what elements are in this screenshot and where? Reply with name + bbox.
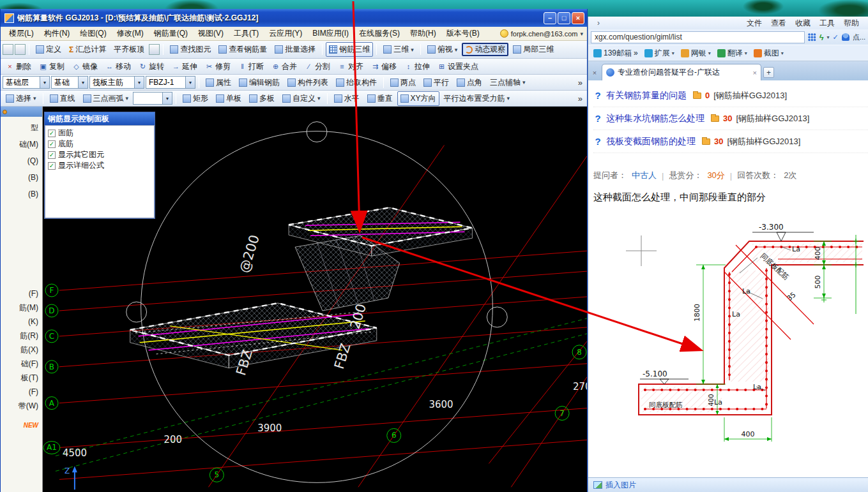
context-tool-button[interactable]: 编辑钢筋 — [236, 75, 283, 90]
sidebar-tree-item[interactable]: (F) — [1, 385, 42, 399]
vertical-tool-button[interactable]: 垂直 — [364, 91, 396, 106]
edit-tool-button[interactable]: ↔ 移动 — [102, 59, 134, 74]
sidebar-tree-item[interactable]: 筋(M) — [1, 301, 42, 315]
checkbox-checked-icon[interactable]: ✓ — [48, 151, 56, 159]
top-view-button[interactable]: 俯视 ▾ — [424, 42, 461, 57]
question-title-link[interactable]: 筏板变截面钢筋的处理 — [606, 136, 696, 147]
panel-checkbox-item[interactable]: ✓ 底筋 — [48, 138, 151, 149]
minimize-button[interactable]: – — [544, 12, 556, 24]
summarize-button[interactable]: Σ 汇总计算 — [66, 42, 109, 57]
sidebar-tree-item[interactable]: (K) — [1, 315, 42, 329]
rebar-display-panel-titlebar[interactable]: 钢筋显示控制面板 — [45, 112, 155, 125]
rect-tool-button[interactable]: 矩形 — [179, 91, 211, 106]
floor-select[interactable]: 基础层 ▾ — [3, 76, 50, 89]
multi-slab-button[interactable]: 多板 — [246, 91, 278, 106]
edit-tool-button[interactable]: ◇ 镜像 — [69, 59, 101, 74]
menu-item[interactable]: 视图(V) — [194, 27, 228, 40]
chevron-down-icon[interactable]: ▾ — [455, 47, 458, 53]
browser-menu-item[interactable]: 工具 — [819, 18, 835, 29]
check-icon[interactable]: ✓ — [833, 33, 839, 41]
offset-input-combo[interactable]: ▾ — [133, 92, 172, 105]
chevron-down-icon[interactable]: ▾ — [411, 47, 414, 53]
sidebar-tree-item[interactable]: 板(T) — [1, 371, 42, 385]
parallel-edge-button[interactable]: 平行边布置受力筋 ▾ — [441, 91, 514, 106]
panel-checkbox-item[interactable]: ✓ 显示其它图元 — [48, 149, 151, 160]
pin-icon[interactable] — [3, 110, 7, 114]
orbit-button[interactable]: 动态观察 — [462, 43, 508, 56]
edit-tool-button[interactable]: × 删除 — [3, 59, 34, 74]
question-title-link[interactable]: 这种集水坑钢筋怎么处理 — [606, 113, 704, 124]
extension-button[interactable]: 截图 ▾ — [754, 48, 784, 59]
chevron-down-icon[interactable]: ▾ — [126, 95, 129, 101]
menu-item[interactable]: 绘图(Q) — [75, 27, 110, 40]
xy-direction-button[interactable]: XY方向 — [397, 91, 439, 106]
chevron-down-icon[interactable]: ▾ — [708, 50, 711, 56]
chevron-down-icon[interactable]: ▾ — [185, 77, 195, 88]
menu-item[interactable]: 在线服务(S) — [354, 27, 404, 40]
edit-tool-button[interactable]: ⊞ 设置夹点 — [434, 59, 482, 74]
cad-3d-viewport[interactable]: F D C B A A1 5 6 7 8 4500 200 3900 3600 … — [43, 107, 587, 492]
menu-item[interactable]: 工具(T) — [229, 27, 263, 40]
context-tool-button[interactable]: 抬取构件 — [333, 75, 380, 90]
cad-titlebar[interactable]: 钢筋算量软件 GGJ2013 - [D:\预结算及抽筋\广联达抽筋\测试-2.G… — [1, 9, 587, 27]
question-row[interactable]: ? 有关钢筋算量的问题 0 [钢筋抽样GGJ2013] — [593, 84, 868, 107]
find-element-button[interactable]: 查找图元 — [167, 42, 214, 57]
context-tool-button[interactable]: 属性 — [202, 75, 234, 90]
edit-tool-button[interactable]: → 延伸 — [169, 59, 201, 74]
sidebar-tree-item[interactable]: 带(W) — [1, 399, 42, 413]
view-rebar-qty-button[interactable]: 查看钢筋量 — [215, 42, 270, 57]
chevron-icon[interactable]: › — [597, 19, 600, 27]
sidebar-tree-item[interactable]: (Q) — [1, 153, 42, 169]
overflow-icon[interactable]: » — [634, 48, 638, 57]
open-project-icon[interactable] — [15, 44, 26, 55]
panel-checkbox-item[interactable]: ✓ 面筋 — [48, 128, 151, 138]
account-person-icon[interactable] — [842, 33, 849, 41]
checkbox-checked-icon[interactable]: ✓ — [48, 130, 56, 137]
chevron-down-icon[interactable]: ▾ — [781, 50, 784, 56]
browser-menu-item[interactable]: 查看 — [771, 18, 786, 29]
arc3-tool-button[interactable]: 三点画弧 ▾ — [80, 91, 132, 106]
partial-3d-button[interactable]: 局部三维 — [510, 42, 557, 57]
edit-tool-button[interactable]: ↻ 旋转 — [135, 59, 167, 74]
edit-tool-button[interactable]: ⊕ 合并 — [268, 59, 300, 74]
edit-tool-button[interactable]: ▣ 复制 — [36, 59, 68, 74]
browser-menu-item[interactable]: 收藏 — [795, 18, 811, 29]
email-dropdown-icon[interactable]: ▾ — [580, 31, 583, 37]
smiley-icon[interactable] — [500, 29, 508, 38]
edit-tool-button[interactable]: ↕ 拉伸 — [401, 59, 433, 74]
edit-tool-button[interactable]: ‖ 打断 — [235, 59, 267, 74]
close-button[interactable]: × — [572, 12, 584, 24]
toolbar-overflow-button[interactable]: » — [575, 78, 585, 87]
question-row[interactable]: ? 这种集水坑钢筋怎么处理 30 [钢筋抽样GGJ2013] — [593, 107, 868, 130]
single-slab-button[interactable]: 单板 — [213, 91, 245, 106]
account-label[interactable]: 点... — [853, 33, 865, 42]
extension-button[interactable]: 网银 ▾ — [681, 48, 711, 59]
rebar-display-panel[interactable]: 钢筋显示控制面板 ✓ 面筋 ✓ 底筋 — [44, 112, 155, 219]
edit-tool-button[interactable]: ✂ 修剪 — [202, 59, 234, 74]
context-tool-button[interactable]: 构件列表 — [284, 75, 331, 90]
url-input[interactable]: xgx.com/question/giml/list — [591, 31, 805, 43]
menu-item[interactable]: 钢筋量(Q) — [149, 27, 192, 40]
extension-button[interactable]: 扩展 ▾ — [644, 48, 674, 59]
menu-item[interactable]: 修改(M) — [112, 27, 148, 40]
menu-item[interactable]: 帮助(H) — [406, 27, 441, 40]
rebar-3d-button[interactable]: 钢筋三维 — [326, 42, 373, 57]
element-select[interactable]: FBZJ-1 ▾ — [146, 76, 195, 89]
three-d-button[interactable]: 三维 ▾ — [380, 42, 417, 57]
browser-menu-item[interactable]: 帮助 — [844, 18, 859, 29]
define-button[interactable]: 定义 — [33, 42, 65, 57]
tab-qa-platform[interactable]: 专业造价问题答疑平台-广联达 × — [602, 64, 761, 80]
question-title-link[interactable]: 有关钢筋算量的问题 — [606, 90, 687, 101]
insert-image-button[interactable]: 插入图片 — [605, 480, 636, 491]
menu-item[interactable]: 版本号(B) — [442, 27, 484, 40]
menu-item[interactable]: BIM应用(I) — [308, 27, 353, 40]
chevron-down-icon[interactable]: ▾ — [162, 93, 172, 104]
batch-select-button[interactable]: 批量选择 — [271, 42, 319, 57]
chevron-down-icon[interactable]: ▾ — [40, 77, 49, 88]
chevron-down-icon[interactable]: ▾ — [522, 79, 526, 86]
sidebar-tree-item[interactable]: (F) — [1, 287, 42, 301]
chevron-down-icon[interactable]: ▾ — [745, 50, 747, 56]
question-row[interactable]: ? 筏板变截面钢筋的处理 30 [钢筋抽样GGJ2013] — [593, 130, 868, 153]
edit-tool-button[interactable]: ≡ 对齐 — [335, 59, 367, 74]
maximize-button[interactable]: □ — [558, 12, 570, 24]
